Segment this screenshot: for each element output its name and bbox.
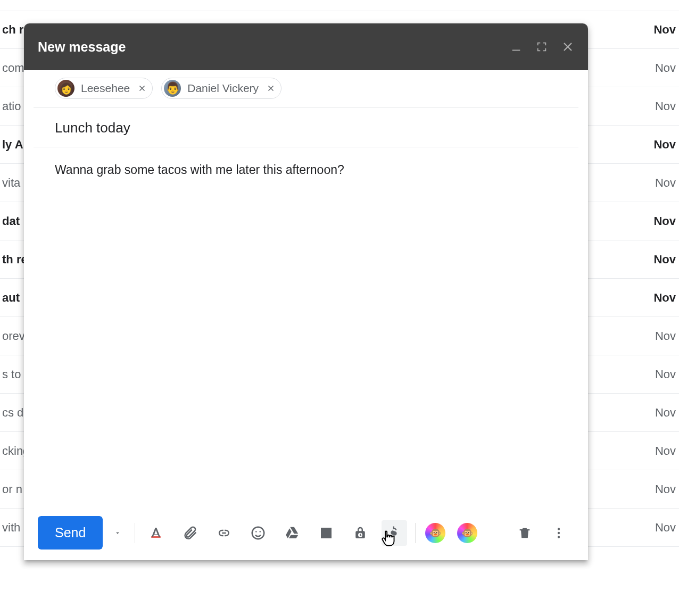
- svg-point-3: [260, 531, 261, 532]
- svg-point-2: [255, 531, 257, 532]
- trash-icon[interactable]: [512, 520, 537, 546]
- chip-remove-icon[interactable]: [266, 84, 276, 93]
- compose-title: New message: [38, 39, 510, 55]
- recipients-field[interactable]: 👩 Leesehee 👨 Daniel Vickery: [34, 70, 578, 108]
- recipient-chip[interactable]: 👨 Daniel Vickery: [161, 78, 281, 99]
- svg-point-7: [558, 536, 560, 538]
- body-text[interactable]: Wanna grab some tacos with me later this…: [55, 161, 557, 178]
- confidential-icon[interactable]: [347, 520, 373, 546]
- inbox-row-date: Nov: [653, 214, 676, 228]
- inbox-row-snippet: ly Al: [2, 138, 27, 152]
- money-icon[interactable]: [382, 520, 407, 546]
- inbox-row-snippet: com: [2, 61, 24, 75]
- compose-window: New message 👩 Leesehee: [24, 23, 588, 560]
- inbox-row-date: Nov: [655, 368, 676, 381]
- recipient-chip[interactable]: 👩 Leesehee: [55, 78, 153, 99]
- inbox-row-date: Nov: [653, 253, 676, 267]
- chip-remove-icon[interactable]: [137, 84, 147, 93]
- separator: [135, 523, 135, 543]
- inbox-row-date: Nov: [653, 23, 676, 37]
- subject-row: Lunch today: [34, 108, 578, 147]
- inbox-row-date: Nov: [655, 329, 676, 343]
- svg-point-5: [558, 528, 560, 530]
- inbox-row-snippet: s to: [2, 368, 21, 381]
- extension-icon[interactable]: [425, 523, 445, 543]
- inbox-row-date: Nov: [655, 176, 676, 190]
- formatting-icon[interactable]: [143, 520, 169, 546]
- inbox-row-date: Nov: [655, 99, 676, 113]
- separator: [415, 523, 416, 543]
- compose-footer: Send: [24, 516, 588, 560]
- svg-point-1: [252, 527, 264, 539]
- close-icon[interactable]: [561, 40, 574, 53]
- emoji-icon[interactable]: [245, 520, 271, 546]
- inbox-row-snippet: cs d: [2, 406, 23, 420]
- inbox-row-snippet: vita: [2, 176, 20, 190]
- avatar: 👩: [57, 80, 74, 97]
- svg-rect-0: [512, 50, 520, 51]
- image-icon[interactable]: [313, 520, 339, 546]
- more-icon[interactable]: [546, 520, 572, 546]
- recipient-name: Daniel Vickery: [187, 82, 259, 95]
- inbox-row-snippet: orev: [2, 329, 25, 343]
- subject-input[interactable]: Lunch today: [55, 120, 557, 136]
- inbox-row-date: Nov: [655, 521, 676, 535]
- link-icon[interactable]: [211, 520, 237, 546]
- recipient-name: Leesehee: [81, 82, 130, 95]
- inbox-row-date: Nov: [655, 406, 676, 420]
- attach-icon[interactable]: [177, 520, 203, 546]
- send-more-dropdown[interactable]: [106, 529, 129, 537]
- avatar: 👨: [164, 80, 181, 97]
- compose-header: New message: [24, 23, 588, 70]
- fullscreen-icon[interactable]: [536, 41, 548, 53]
- inbox-row-date: Nov: [653, 291, 676, 305]
- inbox-row-snippet: atio: [2, 99, 21, 113]
- drive-icon[interactable]: [279, 520, 305, 546]
- extension-icon[interactable]: [457, 523, 477, 543]
- inbox-row-date: Nov: [655, 61, 676, 75]
- inbox-row-date: Nov: [655, 444, 676, 458]
- inbox-row-date: Nov: [653, 138, 676, 152]
- minimize-icon[interactable]: [510, 41, 522, 53]
- send-button[interactable]: Send: [38, 516, 103, 550]
- compose-body[interactable]: Wanna grab some tacos with me later this…: [34, 147, 578, 516]
- inbox-row-snippet: aut: [2, 291, 20, 305]
- inbox-row-snippet: dat: [2, 214, 20, 228]
- svg-point-6: [558, 531, 560, 534]
- inbox-row-date: Nov: [655, 482, 676, 496]
- inbox-row-snippet: or n: [2, 482, 22, 496]
